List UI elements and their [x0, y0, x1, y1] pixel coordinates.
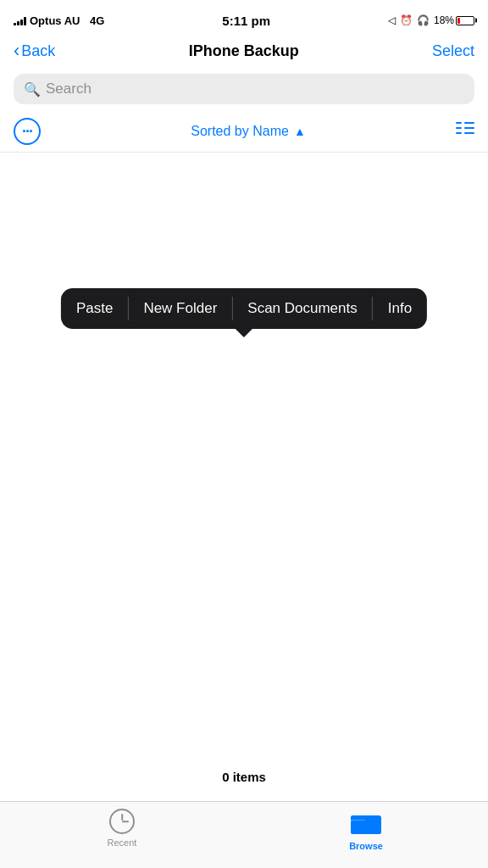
battery-percent-label: 18% [434, 14, 454, 26]
search-bar[interactable]: 🔍 Search [14, 74, 474, 104]
search-container: 🔍 Search [0, 69, 488, 113]
folder-icon [351, 809, 381, 837]
carrier-info: Optus AU 4G [14, 14, 104, 27]
status-icons: ◁ ⏰ 🎧 18% [388, 14, 474, 26]
svg-rect-4 [464, 127, 474, 129]
headphones-icon: 🎧 [417, 14, 430, 26]
scan-documents-button[interactable]: Scan Documents [232, 288, 372, 329]
list-view-button[interactable] [456, 121, 474, 142]
items-count-label: 0 items [0, 770, 488, 784]
new-folder-button[interactable]: New Folder [128, 288, 232, 329]
location-icon: ◁ [388, 14, 396, 26]
clock-icon [109, 809, 135, 834]
back-label: Back [21, 42, 55, 60]
ellipsis-icon: ··· [22, 123, 32, 141]
sort-label: Sorted by Name [191, 124, 289, 139]
tab-browse[interactable]: Browse [244, 809, 488, 851]
context-menu-arrow [236, 329, 252, 337]
svg-rect-0 [456, 122, 462, 124]
info-button[interactable]: Info [373, 288, 427, 329]
battery-icon [456, 16, 474, 25]
navigation-bar: ‹ Back IPhone Backup Select [0, 37, 488, 69]
search-icon: 🔍 [24, 81, 41, 97]
svg-rect-8 [351, 821, 381, 834]
svg-rect-2 [456, 132, 462, 134]
network-type-label: 4G [90, 14, 104, 27]
more-options-button[interactable]: ··· [14, 118, 41, 145]
sort-direction-icon: ▲ [294, 125, 306, 138]
carrier-label: Optus AU [30, 14, 80, 27]
page-title: IPhone Backup [189, 42, 299, 60]
sort-button[interactable]: Sorted by Name ▲ [191, 124, 305, 139]
tab-bar: Recent Browse [0, 801, 488, 868]
select-button[interactable]: Select [432, 42, 474, 60]
alarm-icon: ⏰ [400, 14, 413, 26]
tab-recent[interactable]: Recent [0, 809, 244, 851]
search-input[interactable]: Search [46, 81, 92, 97]
tab-browse-label: Browse [349, 841, 383, 851]
status-time: 5:11 pm [222, 14, 270, 28]
tab-recent-label: Recent [108, 837, 137, 848]
signal-icon [14, 15, 26, 25]
main-content: Paste New Folder Scan Documents Info 0 i… [0, 153, 488, 801]
chevron-left-icon: ‹ [14, 42, 19, 60]
context-menu-popup: Paste New Folder Scan Documents Info [61, 288, 427, 329]
svg-rect-3 [464, 122, 474, 124]
svg-rect-1 [456, 127, 462, 129]
sort-toolbar: ··· Sorted by Name ▲ [0, 113, 488, 153]
status-bar: Optus AU 4G 5:11 pm ◁ ⏰ 🎧 18% [0, 0, 488, 37]
back-button[interactable]: ‹ Back [14, 42, 55, 60]
context-menu: Paste New Folder Scan Documents Info [61, 288, 427, 337]
battery-indicator: 18% [434, 14, 474, 26]
svg-rect-5 [464, 132, 474, 134]
paste-button[interactable]: Paste [61, 288, 128, 329]
